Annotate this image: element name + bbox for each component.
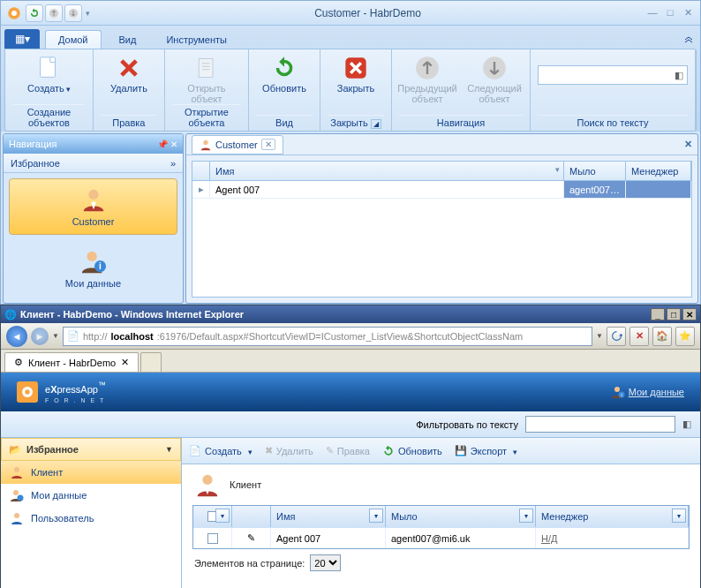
wcol-mail[interactable]: Мыло▾ (386, 506, 536, 527)
person-info-small-icon: i (611, 385, 625, 399)
ie-home[interactable]: 🏠 (652, 327, 672, 346)
wcol-check[interactable]: ▾ (193, 506, 232, 527)
nav-item-customer[interactable]: Customer (9, 178, 177, 235)
col-manager[interactable]: Менеджер (626, 162, 691, 180)
ie-refresh[interactable] (607, 327, 626, 346)
web-edit-button[interactable]: ✎Правка (326, 445, 370, 456)
close-record-button[interactable]: Закрыть (328, 53, 384, 94)
nav-panel-header: Навигация 📌 ✕ (4, 134, 183, 154)
ribbon-tab-tools[interactable]: Инструменты (154, 31, 239, 49)
web-refresh-button[interactable]: Обновить (382, 445, 442, 457)
close-red-icon (343, 55, 369, 81)
person-info-icon: i (80, 248, 107, 275)
next-object-button[interactable]: Следующий объект (466, 53, 523, 104)
brand-logo: eXpressApp™ F O R . N E T (17, 381, 106, 403)
tab-close-icon[interactable]: ✕ (261, 139, 275, 150)
ie-maximize[interactable]: □ (667, 308, 681, 320)
ribbon-tab-view[interactable]: Вид (107, 31, 149, 49)
ie-new-tab[interactable] (140, 352, 162, 372)
delete-x-icon (116, 55, 142, 81)
web-header: eXpressApp™ F O R . N E T i Мои данные (1, 373, 700, 411)
ie-tab-active[interactable]: ⚙ Клиент - HabrDemo ✕ (4, 352, 139, 372)
ribbon-search-input[interactable]: ◧ (538, 65, 688, 85)
web-export-button[interactable]: 💾Экспорт (455, 445, 517, 456)
doc-tab-customer[interactable]: Customer ✕ (192, 135, 283, 155)
cell-manager[interactable] (626, 181, 691, 198)
folder-icon: 📂 (9, 444, 21, 456)
refresh-green-icon (382, 445, 395, 457)
close-all-tabs[interactable]: ✕ (684, 139, 692, 150)
ribbon-group-search: ◧ Поиск по тексту (531, 49, 696, 131)
ie-tab-close[interactable]: ✕ (121, 357, 129, 368)
ie-favorites[interactable]: ⭐ (675, 327, 695, 346)
eraser-icon[interactable]: ◧ (682, 418, 691, 430)
ie-close[interactable]: ✕ (682, 308, 697, 320)
close-button[interactable]: ✕ (681, 7, 695, 19)
gear-icon: ⚙ (14, 357, 23, 368)
ribbon-collapse[interactable] (681, 33, 697, 49)
wcol-manager[interactable]: Менеджер▾ (536, 506, 689, 527)
ie-back-button[interactable]: ◄ (6, 326, 27, 347)
wcell-name[interactable]: Agent 007 (271, 528, 386, 548)
grid-row[interactable]: ▸ Agent 007 agent007… (192, 181, 691, 199)
ie-tabstrip: ⚙ Клиент - HabrDemo ✕ (1, 350, 700, 373)
eraser-icon[interactable]: ◧ (675, 70, 683, 81)
pager: Элементов на странице: 20 (182, 549, 700, 577)
ie-titlebar: 🌐 Клиент - HabrDemo - Windows Internet E… (1, 305, 700, 323)
ie-stop[interactable]: ✕ (629, 327, 649, 346)
qat-next[interactable] (64, 4, 82, 22)
ribbon-group-close: Закрыть Закрыть◢ (320, 49, 392, 131)
person-suit-large-icon (194, 471, 221, 498)
person-suit-small-icon (10, 465, 24, 479)
side-item-mydata[interactable]: Мои данные (1, 484, 181, 507)
side-item-client[interactable]: Клиент (1, 461, 181, 484)
row-indicator: ▸ (192, 181, 210, 198)
pencil-grey-icon: ✎ (326, 445, 334, 456)
svg-point-17 (203, 139, 207, 144)
ribbon-group-view: Обновить Вид (249, 49, 320, 131)
wcell-edit[interactable]: ✎ (232, 528, 271, 548)
maximize-button[interactable]: □ (663, 7, 677, 19)
nav-item-mydata[interactable]: i Мои данные (9, 240, 177, 297)
ribbon-group-edit: Удалить Правка (94, 49, 165, 131)
open-object-button[interactable]: Открыть объект (178, 53, 235, 104)
wcell-manager[interactable]: Н/Д (536, 528, 689, 548)
web-create-button[interactable]: 📄Создать (189, 445, 253, 456)
refresh-button[interactable]: Обновить (256, 53, 313, 94)
row-indicator-header (192, 162, 210, 180)
ie-minimize[interactable]: _ (651, 308, 665, 320)
wcol-name[interactable]: Имя▾ (271, 506, 386, 527)
svg-text:i: i (99, 261, 102, 271)
delete-button[interactable]: Удалить (101, 53, 157, 94)
web-grid: ▾ Имя▾ Мыло▾ Менеджер▾ ✎ Agent 007 agent… (192, 505, 690, 549)
new-document-icon (35, 55, 62, 81)
web-grid-row[interactable]: ✎ Agent 007 agent007@mi6.uk Н/Д (193, 527, 689, 548)
col-name[interactable]: Имя▾ (210, 162, 564, 180)
side-item-user[interactable]: Пользователь (1, 507, 181, 530)
side-group-favorites[interactable]: 📂 Избранное ▼ (1, 438, 181, 461)
cell-name[interactable]: Agent 007 (210, 181, 564, 198)
qat-prev[interactable] (45, 4, 63, 22)
create-button[interactable]: Создать (20, 53, 77, 94)
col-mail[interactable]: Мыло (564, 162, 626, 180)
svg-point-13 (88, 190, 98, 200)
filter-bar: Фильтровать по тексту ◧ (1, 411, 700, 438)
minimize-button[interactable]: — (645, 7, 660, 19)
web-delete-button[interactable]: ✖Удалить (265, 445, 313, 456)
app-menu-button[interactable]: ▦▾ (4, 29, 40, 49)
page-size-select[interactable]: 20 (310, 554, 341, 571)
wcell-mail[interactable]: agent007@mi6.uk (386, 528, 536, 548)
ie-forward-button[interactable]: ► (31, 328, 49, 345)
prev-object-button[interactable]: Предыдущий объект (399, 53, 456, 104)
nav-group-favorites[interactable]: Избранное» (4, 154, 183, 173)
qat-refresh[interactable] (26, 4, 43, 22)
person-small-icon (200, 139, 212, 151)
pin-icon[interactable]: 📌 ✕ (157, 139, 177, 149)
filter-input[interactable] (525, 416, 675, 433)
cell-mail[interactable]: agent007… (564, 181, 626, 198)
wcell-check[interactable] (193, 528, 232, 548)
ie-address-input[interactable]: 📄 http://localhost:61976/Default.aspx#Sh… (63, 327, 592, 346)
filter-label: Фильтровать по тексту (416, 419, 518, 430)
mydata-link[interactable]: i Мои данные (611, 385, 684, 399)
ribbon-tab-home[interactable]: Домой (45, 30, 102, 49)
